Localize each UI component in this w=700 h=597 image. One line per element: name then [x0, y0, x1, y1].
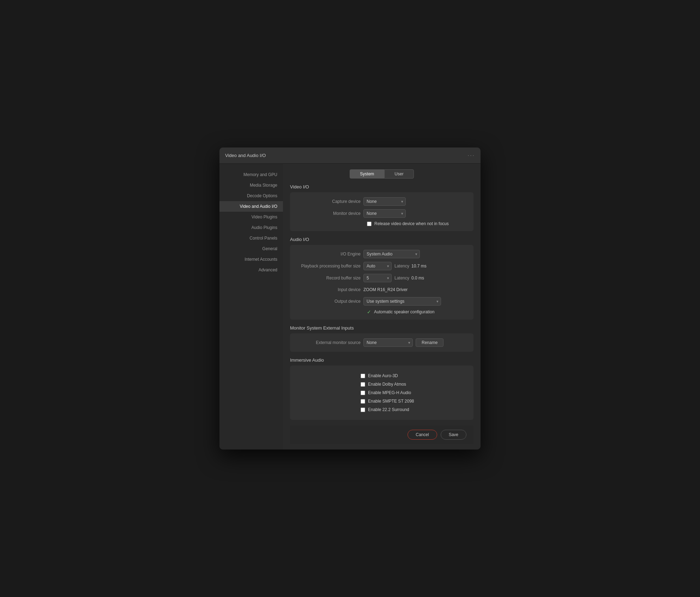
release-video-checkbox[interactable]: [367, 222, 372, 226]
playback-buffer-select-wrapper: Auto: [363, 262, 392, 270]
external-monitor-select-wrapper: None: [363, 338, 413, 347]
cancel-button[interactable]: Cancel: [408, 430, 437, 440]
tab-system[interactable]: System: [350, 169, 384, 179]
save-button[interactable]: Save: [441, 430, 466, 440]
output-device-select-wrapper: Use system settings: [363, 297, 441, 306]
output-device-select[interactable]: Use system settings: [363, 297, 441, 306]
sidebar-item-audio-plugins[interactable]: Audio Plugins: [219, 222, 283, 233]
monitor-device-select-wrapper: None: [363, 209, 406, 218]
mpeg-h-checkbox[interactable]: [361, 391, 365, 395]
capture-device-row: Capture device None: [297, 197, 466, 206]
main-content: System User Video I/O Capture device Non…: [283, 164, 481, 450]
playback-buffer-label: Playback processing buffer size: [297, 264, 361, 269]
record-buffer-select[interactable]: 5: [363, 274, 392, 282]
immersive-options: Enable Auro-3D Enable Dolby Atmos Enable…: [297, 370, 466, 415]
smpte2098-checkbox[interactable]: [361, 399, 365, 404]
immersive-option-smpte2098: Enable SMPTE ST 2098: [361, 399, 466, 404]
auro3d-checkbox[interactable]: [361, 374, 365, 378]
sidebar-item-video-plugins[interactable]: Video Plugins: [219, 212, 283, 222]
input-device-value: ZOOM R16_R24 Driver: [363, 286, 408, 294]
sidebar-item-control-panels[interactable]: Control Panels: [219, 233, 283, 243]
tab-user[interactable]: User: [384, 169, 414, 179]
audio-io-panel: I/O Engine System Audio Playback process…: [290, 245, 473, 320]
capture-device-select-wrapper: None: [363, 197, 406, 206]
auro3d-label[interactable]: Enable Auro-3D: [368, 373, 398, 378]
record-buffer-select-wrapper: 5: [363, 274, 392, 282]
smpte2098-label[interactable]: Enable SMPTE ST 2098: [368, 399, 414, 404]
immersive-option-mpeg-h: Enable MPEG-H Audio: [361, 390, 466, 395]
record-buffer-row: Record buffer size 5 Latency 0.0 ms: [297, 274, 466, 282]
sidebar-item-media-storage[interactable]: Media Storage: [219, 180, 283, 191]
auto-speaker-row: ✓ Automatic speaker configuration: [297, 309, 466, 315]
monitor-device-label: Monitor device: [297, 211, 361, 216]
window-title: Video and Audio I/O: [225, 153, 266, 158]
auto-speaker-checkmark: ✓: [367, 309, 371, 315]
22-surround-label[interactable]: Enable 22.2 Surround: [368, 407, 409, 412]
dolby-atmos-label[interactable]: Enable Dolby Atmos: [368, 382, 406, 387]
external-monitor-select[interactable]: None: [363, 338, 413, 347]
window-menu-icon[interactable]: ···: [467, 152, 475, 159]
sidebar-item-decode-options[interactable]: Decode Options: [219, 191, 283, 201]
monitor-external-panel: External monitor source None Rename: [290, 333, 473, 352]
immersive-audio-title: Immersive Audio: [290, 357, 473, 363]
sidebar-item-internet-accounts[interactable]: Internet Accounts: [219, 254, 283, 265]
title-bar: Video and Audio I/O ···: [219, 147, 481, 164]
video-io-panel: Capture device None Monitor device None: [290, 192, 473, 231]
sidebar: Memory and GPU Media Storage Decode Opti…: [219, 164, 283, 450]
playback-buffer-row: Playback processing buffer size Auto Lat…: [297, 262, 466, 270]
sidebar-item-memory-gpu[interactable]: Memory and GPU: [219, 169, 283, 180]
io-engine-row: I/O Engine System Audio: [297, 250, 466, 258]
record-latency-label: Latency: [394, 276, 409, 281]
immersive-audio-panel: Enable Auro-3D Enable Dolby Atmos Enable…: [290, 366, 473, 420]
release-video-row: Release video device when not in focus: [297, 221, 466, 226]
io-engine-select[interactable]: System Audio: [363, 250, 420, 258]
22-surround-checkbox[interactable]: [361, 408, 365, 412]
monitor-device-row: Monitor device None: [297, 209, 466, 218]
release-video-label: Release video device when not in focus: [374, 221, 449, 226]
playback-latency-value: 10.7 ms: [411, 264, 427, 269]
tab-bar: System User: [290, 169, 473, 179]
immersive-option-22-surround: Enable 22.2 Surround: [361, 407, 466, 412]
external-monitor-row: External monitor source None Rename: [297, 338, 466, 347]
capture-device-label: Capture device: [297, 199, 361, 204]
auto-speaker-label: Automatic speaker configuration: [374, 309, 434, 314]
playback-buffer-select[interactable]: Auto: [363, 262, 392, 270]
output-device-row: Output device Use system settings: [297, 297, 466, 306]
external-monitor-label: External monitor source: [297, 340, 361, 345]
audio-io-title: Audio I/O: [290, 237, 473, 242]
window-content: Memory and GPU Media Storage Decode Opti…: [219, 164, 481, 450]
playback-latency-group: Latency 10.7 ms: [394, 264, 427, 269]
record-buffer-label: Record buffer size: [297, 276, 361, 281]
playback-latency-label: Latency: [394, 264, 409, 269]
immersive-option-dolby-atmos: Enable Dolby Atmos: [361, 382, 466, 387]
footer: Cancel Save: [290, 426, 473, 444]
input-device-label: Input device: [297, 287, 361, 292]
dolby-atmos-checkbox[interactable]: [361, 382, 365, 387]
sidebar-item-general[interactable]: General: [219, 243, 283, 254]
sidebar-item-video-audio-io[interactable]: Video and Audio I/O: [219, 201, 283, 212]
io-engine-label: I/O Engine: [297, 252, 361, 257]
mpeg-h-label[interactable]: Enable MPEG-H Audio: [368, 390, 411, 395]
input-device-row: Input device ZOOM R16_R24 Driver: [297, 286, 466, 294]
rename-button[interactable]: Rename: [416, 338, 443, 347]
io-engine-select-wrapper: System Audio: [363, 250, 420, 258]
main-window: Video and Audio I/O ··· Memory and GPU M…: [219, 147, 481, 450]
sidebar-item-advanced[interactable]: Advanced: [219, 265, 283, 275]
capture-device-select[interactable]: None: [363, 197, 406, 206]
immersive-option-auro3d: Enable Auro-3D: [361, 373, 466, 378]
monitor-external-title: Monitor System External Inputs: [290, 325, 473, 331]
output-device-label: Output device: [297, 299, 361, 304]
video-io-title: Video I/O: [290, 184, 473, 189]
record-latency-value: 0.0 ms: [411, 276, 424, 281]
monitor-device-select[interactable]: None: [363, 209, 406, 218]
record-latency-group: Latency 0.0 ms: [394, 276, 424, 281]
